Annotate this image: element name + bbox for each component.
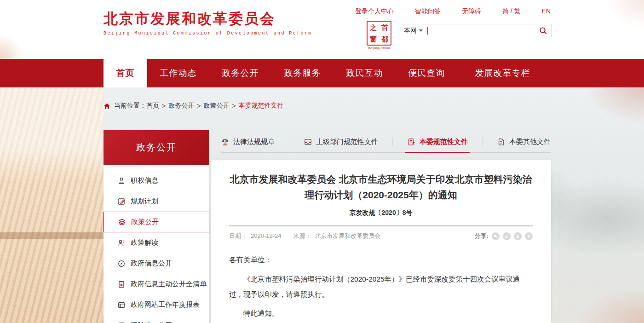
tab-divider [392, 138, 393, 146]
site-title: 北京市发展和改革委员会 [104, 10, 312, 27]
document-number: 京发改规〔2020〕8号 [229, 209, 533, 217]
sidebar-item-policy-interpretation[interactable]: 政策解读 [104, 232, 209, 253]
article-paragraph: 各有关单位： [229, 252, 533, 267]
article-paragraph: 特此通知。 [229, 306, 533, 321]
law-scale-icon [221, 138, 230, 146]
share-bar: 分享: [475, 232, 533, 240]
qzone-share-icon[interactable] [525, 232, 533, 240]
article-title: 北京市发展和改革委员会 北京市生态环境局关于印发北京市塑料污染治理行动计划（20… [229, 172, 533, 202]
interpret-person-icon [117, 239, 126, 247]
tab-label: 上级部门规范性文件 [316, 138, 378, 146]
sidebar-item-label: 政策公开 [131, 218, 159, 226]
sidebar-item-label: 政府网站工作年度报表 [131, 300, 200, 309]
english-link[interactable]: EN [542, 7, 551, 16]
breadcrumb-separator: > [197, 102, 201, 110]
search-button[interactable] [535, 24, 551, 37]
login-link[interactable]: 登录个人中心 [355, 7, 394, 16]
breadcrumb-gov-disclosure[interactable]: 政务公开 [168, 102, 194, 110]
layers-icon [118, 218, 126, 226]
share-label: 分享: [475, 232, 489, 240]
tab-commission-other-docs[interactable]: 本委其他文件 [497, 132, 551, 152]
doc-other-icon [497, 138, 506, 146]
nav-item-home[interactable]: 首页 [104, 59, 147, 87]
tab-label: 本委其他文件 [509, 138, 551, 146]
sidebar-item-label: 规划计划 [131, 197, 158, 206]
breadcrumb-prefix: 当前位置： [114, 102, 146, 110]
tab-commission-normative-docs[interactable]: 本委规范性文件 [407, 132, 468, 152]
nav-item-interaction[interactable]: 政民互动 [334, 59, 396, 87]
background-left-roof [0, 87, 104, 323]
nav-item-gov-disclosure[interactable]: 政务公开 [209, 59, 271, 87]
seal-stamp-icon [117, 177, 126, 185]
seal-char: 之 [368, 22, 379, 33]
plan-edit-icon [117, 197, 126, 206]
sidebar-item-label: 政府信息主动公开全清单 [131, 280, 207, 288]
list-doc-icon [117, 322, 126, 323]
sidebar-item-authority-info[interactable]: 职权信息 [104, 170, 209, 191]
tab-superior-normative-docs[interactable]: 上级部门规范性文件 [304, 132, 378, 152]
sidebar-item-label: 政府信息公开 [131, 259, 172, 268]
site-header: 北京市发展和改革委员会 Beijing Municipal Commission… [0, 0, 644, 59]
seal-char: 都 [379, 33, 391, 45]
main-navigation: 首页 工作动态 政务公开 政务服务 政民互动 便民查询 发展改革专栏 [0, 59, 644, 87]
seal-char: 窗 [368, 33, 379, 45]
breadcrumb: 当前位置： 首页 > 政务公开 > 政策公开 > 本委规范性文件 [104, 102, 284, 110]
breadcrumb-policy-disclosure[interactable]: 政策公开 [203, 102, 229, 110]
sidebar-item-gov-info-disclosure[interactable]: 政府信息公开 [104, 253, 209, 274]
accessibility-link[interactable]: 无障碍 [462, 7, 481, 16]
nav-item-gov-services[interactable]: 政务服务 [271, 59, 334, 87]
sidebar-item-annual-website-report[interactable]: 政府网站工作年度报表 [104, 294, 209, 315]
nav-item-convenience-query[interactable]: 便民查询 [396, 59, 458, 87]
seal-caption: Beijing-China [366, 46, 392, 50]
source-label: 来源： [293, 232, 311, 239]
weibo-share-icon[interactable] [503, 232, 511, 240]
sidebar-item-proactive-disclosure-list[interactable]: 政府信息主动公开全清单 [104, 274, 209, 294]
tab-label: 法律法规规章 [233, 138, 275, 146]
background-bottom-roof [547, 263, 644, 323]
background-right-roof [552, 87, 644, 161]
article-meta: 日期：2020-12-24 来源：北京市发展和改革委员会 分享: [229, 232, 533, 240]
site-search: 本网 [398, 24, 552, 37]
qq-share-icon[interactable] [514, 232, 522, 240]
sidebar-item-double-random-disclosure[interactable]: 双随机一公开 [104, 315, 209, 323]
home-icon [104, 103, 110, 110]
document-category-tabs: 法律法规规章 上级部门规范性文件 本委规范性文件 本 [221, 132, 551, 153]
wechat-share-icon[interactable] [492, 232, 500, 240]
breadcrumb-separator: > [232, 102, 236, 110]
seal-char: 首 [379, 22, 391, 33]
article-meta-left: 日期：2020-12-24 来源：北京市发展和改革委员会 [229, 232, 384, 240]
capital-window-seal-logo[interactable]: 之 首 窗 都 Beijing-China [366, 21, 392, 50]
simplified-traditional-link[interactable]: 简 / 繁 [502, 7, 521, 16]
search-input[interactable] [428, 24, 535, 37]
search-icon [539, 26, 547, 35]
inbox-doc-icon [304, 138, 312, 146]
sidebar: 政务公开 职权信息 规划计划 [104, 130, 209, 323]
nav-item-work-news[interactable]: 工作动态 [147, 59, 209, 87]
search-scope-dropdown[interactable]: 本网 [398, 27, 427, 35]
smart-qa-link[interactable]: 智能问答 [415, 7, 441, 16]
site-logo[interactable]: 北京市发展和改革委员会 Beijing Municipal Commission… [104, 10, 312, 36]
breadcrumb-separator: > [162, 102, 166, 110]
sidebar-item-planning[interactable]: 规划计划 [104, 191, 209, 212]
article-paragraph: 《北京市塑料污染治理行动计划（2020-2025年）》已经市委深改委第十四次会议… [229, 271, 533, 302]
header-corner-decoration-right [589, 0, 644, 46]
list-doc-icon [117, 280, 126, 288]
doc-pen-icon [407, 138, 416, 146]
article-body: 各有关单位： 《北京市塑料污染治理行动计划（2020-2025年）》已经市委深改… [229, 252, 533, 323]
chevron-down-icon [419, 29, 423, 32]
sidebar-item-policy-disclosure[interactable]: 政策公开 [104, 212, 209, 232]
report-table-icon [117, 301, 126, 309]
article-source: 北京市发展和改革委员会 [315, 232, 380, 239]
tab-laws-regulations[interactable]: 法律法规规章 [221, 132, 275, 152]
search-scope-label: 本网 [404, 27, 417, 35]
seal-icon: 之 首 窗 都 [367, 21, 391, 46]
header-corner-decoration [0, 18, 32, 59]
sidebar-item-label: 职权信息 [131, 176, 158, 185]
tab-label: 本委规范性文件 [420, 138, 468, 146]
sidebar-item-label: 政策解读 [131, 238, 158, 247]
article-date: 2020-12-24 [251, 232, 282, 239]
compass-icon [117, 260, 126, 268]
meta-divider [229, 225, 533, 226]
breadcrumb-home[interactable]: 首页 [146, 102, 159, 110]
nav-item-reform-special[interactable]: 发展改革专栏 [465, 59, 540, 87]
